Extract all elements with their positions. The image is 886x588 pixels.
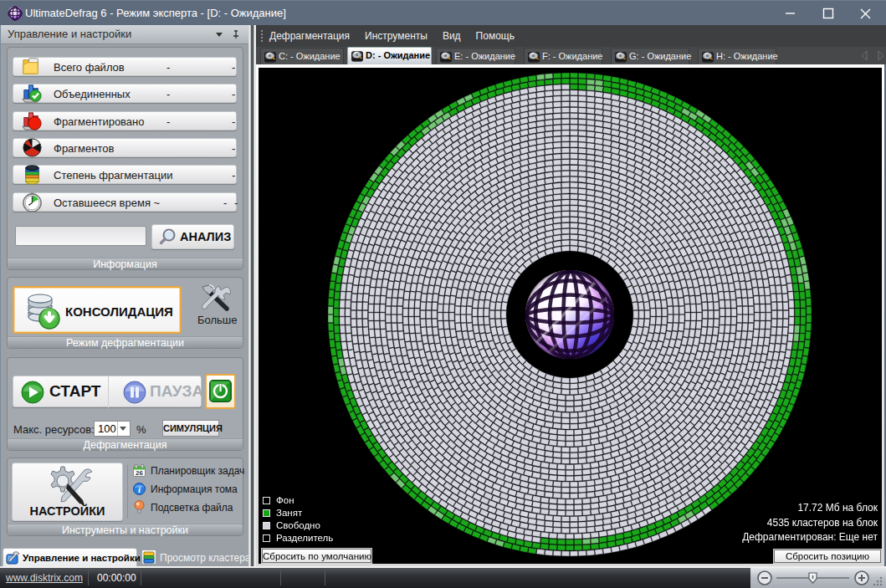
svg-text:26: 26 bbox=[136, 469, 143, 477]
